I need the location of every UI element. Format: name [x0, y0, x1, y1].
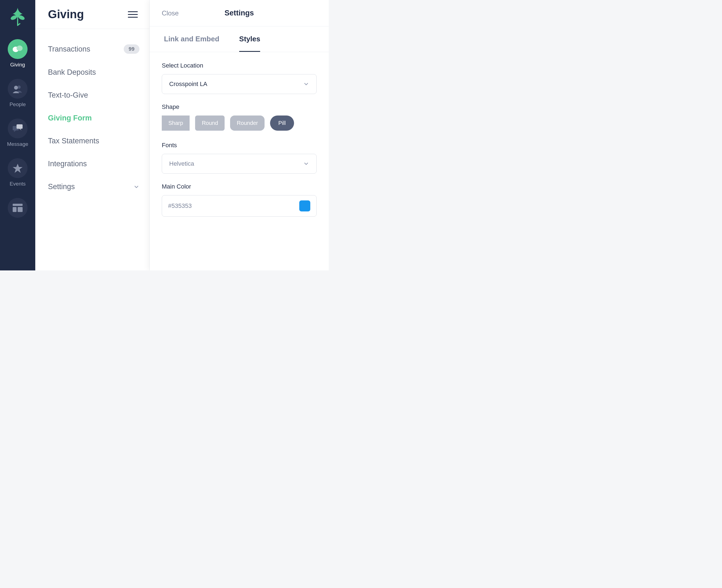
- transactions-badge: 99: [124, 44, 140, 54]
- rail-item-message[interactable]: Message: [7, 119, 28, 147]
- chevron-down-icon: [303, 81, 309, 87]
- nav-label-text-to-give: Text-to-Give: [48, 91, 88, 100]
- main-color-value: #535353: [168, 202, 192, 210]
- nav-label-integrations: Integrations: [48, 160, 87, 168]
- color-swatch[interactable]: [299, 201, 310, 211]
- shape-label: Shape: [162, 103, 317, 110]
- nav-item-tax-statements[interactable]: Tax Statements: [48, 130, 140, 152]
- shape-rounder-button[interactable]: Rounder: [230, 115, 264, 131]
- fonts-select[interactable]: Helvetica: [162, 154, 317, 174]
- nav-label-tax-statements: Tax Statements: [48, 137, 99, 145]
- svg-rect-8: [17, 124, 23, 129]
- people-icon: [8, 79, 27, 99]
- rail-label-events: Events: [9, 181, 26, 187]
- location-select[interactable]: Crosspoint LA: [162, 74, 317, 94]
- nav-item-integrations[interactable]: Integrations: [48, 152, 140, 175]
- shape-pill-button[interactable]: Pill: [270, 115, 294, 131]
- rail-label-giving: Giving: [10, 62, 25, 68]
- svg-point-4: [17, 45, 23, 51]
- svg-point-6: [14, 86, 18, 90]
- nav-item-transactions[interactable]: Transactions 99: [48, 37, 140, 61]
- page-title: Giving: [48, 8, 84, 21]
- rail-label-people: People: [9, 102, 26, 107]
- shape-options: Sharp Round Rounder Pill: [162, 115, 317, 131]
- location-label: Select Location: [162, 62, 317, 69]
- svg-rect-11: [18, 207, 23, 212]
- sub-header: Giving: [35, 0, 149, 29]
- nav-item-giving-form[interactable]: Giving Form: [48, 107, 140, 130]
- settings-tabs: Link and Embed Styles: [150, 26, 329, 52]
- tab-styles[interactable]: Styles: [239, 35, 260, 52]
- main-color-input[interactable]: #535353: [162, 195, 317, 217]
- menu-icon[interactable]: [128, 9, 138, 20]
- fonts-value: Helvetica: [169, 160, 194, 167]
- settings-panel: Close Settings Link and Embed Styles Sel…: [150, 0, 329, 270]
- nav-label-giving-form: Giving Form: [48, 114, 92, 122]
- nav-item-bank-deposits[interactable]: Bank Deposits: [48, 61, 140, 84]
- rail-label-message: Message: [7, 141, 28, 147]
- shape-round-button[interactable]: Round: [195, 115, 225, 131]
- location-value: Crosspoint LA: [169, 81, 207, 88]
- main-color-label: Main Color: [162, 183, 317, 190]
- svg-rect-9: [13, 204, 23, 206]
- nav-item-text-to-give[interactable]: Text-to-Give: [48, 84, 140, 107]
- nav-label-transactions: Transactions: [48, 45, 90, 54]
- sub-sidebar: Giving Transactions 99 Bank Deposits Tex…: [35, 0, 150, 270]
- sub-nav: Transactions 99 Bank Deposits Text-to-Gi…: [35, 29, 149, 207]
- fonts-label: Fonts: [162, 142, 317, 149]
- rail-item-giving[interactable]: Giving: [8, 39, 27, 68]
- settings-title: Settings: [225, 9, 254, 17]
- nav-label-settings: Settings: [48, 183, 75, 191]
- chevron-down-icon: [303, 161, 309, 167]
- chevron-down-icon: [133, 184, 140, 190]
- nav-label-bank-deposits: Bank Deposits: [48, 68, 96, 77]
- star-icon: [8, 158, 27, 178]
- tab-link-and-embed[interactable]: Link and Embed: [164, 35, 219, 52]
- settings-body: Select Location Crosspoint LA Shape Shar…: [150, 52, 329, 227]
- message-icon: [8, 119, 27, 139]
- giving-icon: [8, 39, 27, 59]
- settings-header: Close Settings: [150, 0, 329, 26]
- rail-item-more[interactable]: [8, 198, 27, 218]
- svg-point-5: [17, 85, 21, 89]
- nav-item-settings[interactable]: Settings: [48, 175, 140, 198]
- main-rail: Giving People Message: [0, 0, 35, 270]
- close-button[interactable]: Close: [162, 9, 178, 17]
- svg-rect-10: [13, 207, 17, 212]
- logo-icon: [9, 8, 26, 28]
- rail-item-people[interactable]: People: [8, 79, 27, 107]
- layout-icon: [8, 198, 27, 218]
- rail-item-events[interactable]: Events: [8, 158, 27, 187]
- shape-sharp-button[interactable]: Sharp: [162, 115, 190, 131]
